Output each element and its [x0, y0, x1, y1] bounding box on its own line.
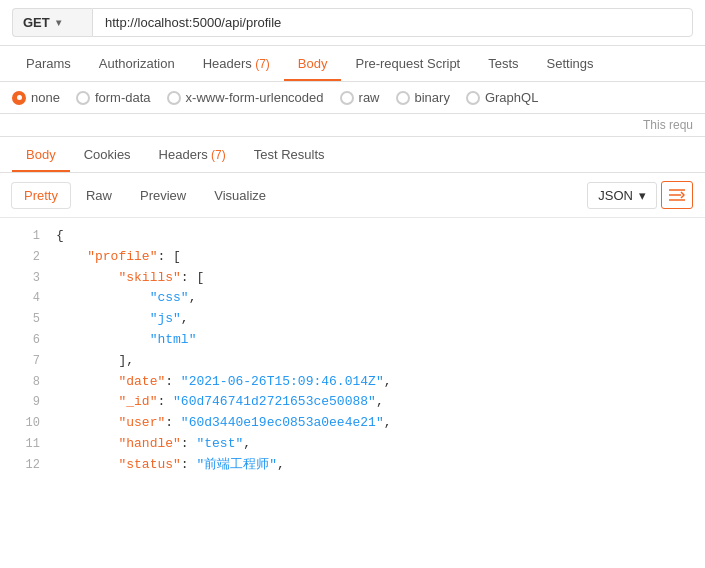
request-note: This requ: [0, 114, 705, 137]
nav-authorization[interactable]: Authorization: [85, 46, 189, 81]
wrap-icon: [669, 188, 685, 202]
response-tabs: Body Cookies Headers (7) Test Results: [0, 137, 705, 173]
code-line-5: 5 "js",: [0, 309, 705, 330]
tab-cookies[interactable]: Cookies: [70, 137, 145, 172]
format-toolbar: Pretty Raw Preview Visualize JSON ▾: [0, 173, 705, 218]
nav-settings[interactable]: Settings: [533, 46, 608, 81]
code-line-11: 11 "handle": "test",: [0, 434, 705, 455]
code-line-2: 2 "profile": [: [0, 247, 705, 268]
url-bar: GET ▾: [0, 0, 705, 46]
radio-dot-urlencoded: [167, 91, 181, 105]
code-line-8: 8 "date": "2021-06-26T15:09:46.014Z",: [0, 372, 705, 393]
radio-none[interactable]: none: [12, 90, 60, 105]
json-chevron: ▾: [639, 188, 646, 203]
url-input[interactable]: [92, 8, 693, 37]
method-chevron: ▾: [56, 17, 61, 28]
format-preview[interactable]: Preview: [128, 183, 198, 208]
tab-body[interactable]: Body: [12, 137, 70, 172]
top-nav: Params Authorization Headers (7) Body Pr…: [0, 46, 705, 82]
code-line-7: 7 ],: [0, 351, 705, 372]
json-label: JSON: [598, 188, 633, 203]
radio-dot-none: [12, 91, 26, 105]
radio-graphql[interactable]: GraphQL: [466, 90, 538, 105]
tab-test-results[interactable]: Test Results: [240, 137, 339, 172]
radio-dot-graphql: [466, 91, 480, 105]
radio-urlencoded[interactable]: x-www-form-urlencoded: [167, 90, 324, 105]
code-line-1: 1 {: [0, 226, 705, 247]
code-line-10: 10 "user": "60d3440e19ec0853a0ee4e21",: [0, 413, 705, 434]
code-line-6: 6 "html": [0, 330, 705, 351]
body-type-row: none form-data x-www-form-urlencoded raw…: [0, 82, 705, 114]
wrap-button[interactable]: [661, 181, 693, 209]
nav-prerequest[interactable]: Pre-request Script: [341, 46, 474, 81]
radio-dot-form-data: [76, 91, 90, 105]
method-selector[interactable]: GET ▾: [12, 8, 92, 37]
format-visualize[interactable]: Visualize: [202, 183, 278, 208]
radio-binary[interactable]: binary: [396, 90, 450, 105]
code-line-3: 3 "skills": [: [0, 268, 705, 289]
code-line-4: 4 "css",: [0, 288, 705, 309]
nav-tests[interactable]: Tests: [474, 46, 532, 81]
radio-form-data[interactable]: form-data: [76, 90, 151, 105]
code-line-12: 12 "status": "前端工程师",: [0, 455, 705, 476]
radio-dot-binary: [396, 91, 410, 105]
format-pretty[interactable]: Pretty: [12, 183, 70, 208]
json-format-selector[interactable]: JSON ▾: [587, 182, 657, 209]
method-label: GET: [23, 15, 50, 30]
tab-headers[interactable]: Headers (7): [145, 137, 240, 172]
code-line-9: 9 "_id": "60d746741d2721653ce50088",: [0, 392, 705, 413]
nav-params[interactable]: Params: [12, 46, 85, 81]
radio-dot-raw: [340, 91, 354, 105]
format-raw[interactable]: Raw: [74, 183, 124, 208]
code-view: 1 { 2 "profile": [ 3 "skills": [ 4 "css"…: [0, 218, 705, 484]
nav-headers[interactable]: Headers (7): [189, 46, 284, 81]
radio-raw[interactable]: raw: [340, 90, 380, 105]
nav-body[interactable]: Body: [284, 46, 342, 81]
